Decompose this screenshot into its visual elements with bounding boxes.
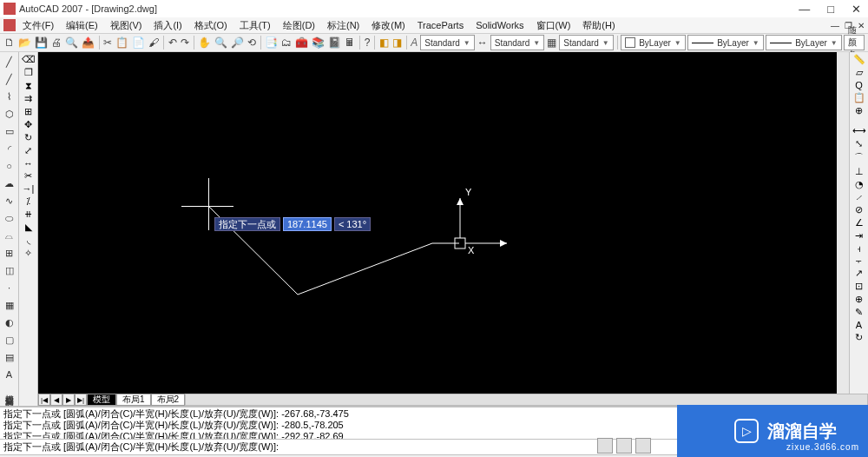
markup-icon[interactable]: 📓 bbox=[327, 35, 342, 50]
dcenter-icon[interactable]: 🗂 bbox=[280, 35, 293, 50]
dim-cont-icon[interactable]: ⫟ bbox=[854, 255, 864, 266]
color-combo[interactable]: ByLayer ▼ bbox=[621, 35, 686, 50]
paste-icon[interactable]: 📄 bbox=[131, 35, 146, 50]
match-icon[interactable]: 🖌 bbox=[148, 35, 160, 50]
menu-format[interactable]: 格式(O) bbox=[189, 18, 233, 33]
area-icon[interactable]: ▱ bbox=[856, 67, 863, 78]
list-icon[interactable]: 📋 bbox=[853, 92, 865, 103]
circle-icon[interactable]: ○ bbox=[2, 158, 17, 174]
mtext-icon[interactable]: A bbox=[2, 367, 17, 382]
preview-icon[interactable]: 🔍 bbox=[64, 35, 79, 50]
vertical-scrollbar[interactable] bbox=[837, 52, 849, 394]
polygon-icon[interactable]: ⬡ bbox=[2, 106, 17, 122]
mirror-icon[interactable]: ⧗ bbox=[25, 80, 32, 91]
text-style-combo[interactable]: Standard ▼ bbox=[420, 35, 475, 50]
locate-icon[interactable]: ⊕ bbox=[855, 105, 863, 116]
dim-linear-icon[interactable]: ⟷ bbox=[852, 125, 866, 136]
chamfer-icon[interactable]: ◣ bbox=[25, 222, 32, 233]
rectangle-icon[interactable]: ▭ bbox=[2, 123, 17, 139]
dyn-angle[interactable]: < 131° bbox=[334, 217, 371, 231]
revcloud-icon[interactable]: ☁ bbox=[2, 176, 17, 191]
dim-jog-icon[interactable]: ⟋ bbox=[854, 192, 864, 202]
zoom-prev-icon[interactable]: ⟲ bbox=[247, 35, 257, 50]
dyn-distance[interactable]: 187.1145 bbox=[283, 217, 332, 231]
menu-edit[interactable]: 编辑(E) bbox=[61, 18, 103, 33]
dimupdate-icon[interactable]: ↻ bbox=[855, 332, 863, 343]
array-icon[interactable]: ⊞ bbox=[24, 106, 32, 117]
dimedit-icon[interactable]: ✎ bbox=[855, 307, 863, 318]
dim-aligned-icon[interactable]: ⤡ bbox=[855, 138, 863, 149]
dim-ord-icon[interactable]: ⊥ bbox=[855, 166, 864, 177]
plot-icon[interactable]: 🖨 bbox=[50, 35, 62, 50]
table-style-combo[interactable]: Standard ▼ bbox=[559, 35, 614, 50]
dim-style-combo[interactable]: Standard ▼ bbox=[490, 35, 545, 50]
block-icon[interactable]: ◫ bbox=[2, 262, 17, 278]
tray-icon-3[interactable] bbox=[635, 438, 651, 454]
toolpal-icon[interactable]: 🧰 bbox=[294, 35, 309, 50]
zoom-win-icon[interactable]: 🔎 bbox=[230, 35, 245, 50]
tab-next-icon[interactable]: ▶ bbox=[62, 394, 75, 406]
sheet-icon[interactable]: 📚 bbox=[311, 35, 326, 50]
save-icon[interactable]: 💾 bbox=[34, 35, 49, 50]
dimtedit-icon[interactable]: A bbox=[856, 320, 862, 330]
pan-icon[interactable]: ✋ bbox=[197, 35, 212, 50]
menu-file[interactable]: 文件(F) bbox=[17, 18, 59, 33]
dim-base-icon[interactable]: ⫞ bbox=[857, 243, 862, 254]
break-icon[interactable]: ⁒ bbox=[26, 195, 30, 207]
cut-icon[interactable]: ✂ bbox=[102, 35, 113, 50]
menu-help[interactable]: 帮助(H) bbox=[577, 18, 620, 33]
leader-icon[interactable]: ↗ bbox=[855, 268, 863, 279]
line-icon[interactable]: ╱ bbox=[2, 54, 17, 70]
dim-dia-icon[interactable]: ⊘ bbox=[855, 204, 863, 215]
pline-icon[interactable]: ⌇ bbox=[2, 89, 17, 104]
menu-window[interactable]: 窗口(W) bbox=[531, 18, 576, 33]
menu-solidworks[interactable]: SolidWorks bbox=[470, 19, 529, 31]
help-icon[interactable]: ? bbox=[364, 35, 372, 50]
lineweight-combo[interactable]: ByLayer ▼ bbox=[766, 35, 842, 50]
arc-icon[interactable]: ◜ bbox=[2, 141, 17, 156]
block2-icon[interactable]: ◨ bbox=[391, 35, 403, 50]
center-icon[interactable]: ⊕ bbox=[855, 294, 863, 305]
hatch-icon[interactable]: ▦ bbox=[2, 297, 17, 313]
explode-icon[interactable]: ✧ bbox=[24, 248, 32, 259]
ellipse-icon[interactable]: ⬭ bbox=[2, 210, 17, 226]
copy-obj-icon[interactable]: ❐ bbox=[24, 67, 33, 78]
zoom-rt-icon[interactable]: 🔍 bbox=[214, 35, 228, 50]
tab-model[interactable]: 模型 bbox=[87, 394, 116, 406]
ellipsearc-icon[interactable]: ⌓ bbox=[2, 228, 17, 243]
erase-icon[interactable]: ⌫ bbox=[22, 54, 36, 65]
move-icon[interactable]: ✥ bbox=[24, 119, 32, 130]
distance-icon[interactable]: 📏 bbox=[853, 54, 865, 65]
extend-icon[interactable]: →| bbox=[23, 183, 35, 194]
tray-icon-2[interactable] bbox=[616, 438, 632, 454]
plotstyle-combo[interactable]: 随颜色 bbox=[844, 35, 865, 50]
fillet-icon[interactable]: ◟ bbox=[27, 235, 30, 246]
minimize-button[interactable]: ― bbox=[795, 3, 813, 16]
region2-icon[interactable]: Q bbox=[855, 80, 863, 90]
drawing-canvas[interactable]: X Y 指定下一点或 187.1145 < 131° bbox=[38, 52, 849, 406]
tolerance-icon[interactable]: ⊡ bbox=[855, 281, 863, 292]
qdim-icon[interactable]: ⇥ bbox=[855, 230, 863, 242]
tablestyle-icon[interactable]: ▦ bbox=[546, 35, 557, 50]
block-icon[interactable]: ◧ bbox=[378, 35, 390, 50]
open-icon[interactable]: 📂 bbox=[17, 35, 32, 50]
tab-prev-icon[interactable]: ◀ bbox=[50, 394, 62, 406]
menu-view[interactable]: 视图(V) bbox=[105, 18, 148, 33]
horizontal-scrollbar[interactable] bbox=[185, 394, 868, 406]
point-icon[interactable]: · bbox=[2, 280, 17, 295]
textstyle-icon[interactable]: A bbox=[410, 35, 418, 50]
dim-rad-icon[interactable]: ◔ bbox=[855, 179, 864, 190]
gradient-icon[interactable]: ◐ bbox=[2, 315, 17, 330]
close-button[interactable]: ✕ bbox=[848, 3, 865, 16]
scale-icon[interactable]: ⤢ bbox=[24, 145, 32, 156]
publish-icon[interactable]: 📤 bbox=[81, 35, 95, 50]
xline-icon[interactable]: ╱ bbox=[2, 71, 17, 87]
tab-layout2[interactable]: 布局2 bbox=[151, 394, 186, 406]
copy-icon[interactable]: 📋 bbox=[115, 35, 129, 50]
linetype-combo[interactable]: ByLayer ▼ bbox=[687, 35, 764, 50]
insert-icon[interactable]: ⊞ bbox=[2, 245, 17, 261]
menu-traceparts[interactable]: TraceParts bbox=[412, 19, 469, 31]
tab-first-icon[interactable]: |◀ bbox=[38, 394, 50, 406]
tab-layout1[interactable]: 布局1 bbox=[116, 394, 151, 406]
undo-icon[interactable]: ↶ bbox=[168, 35, 178, 50]
